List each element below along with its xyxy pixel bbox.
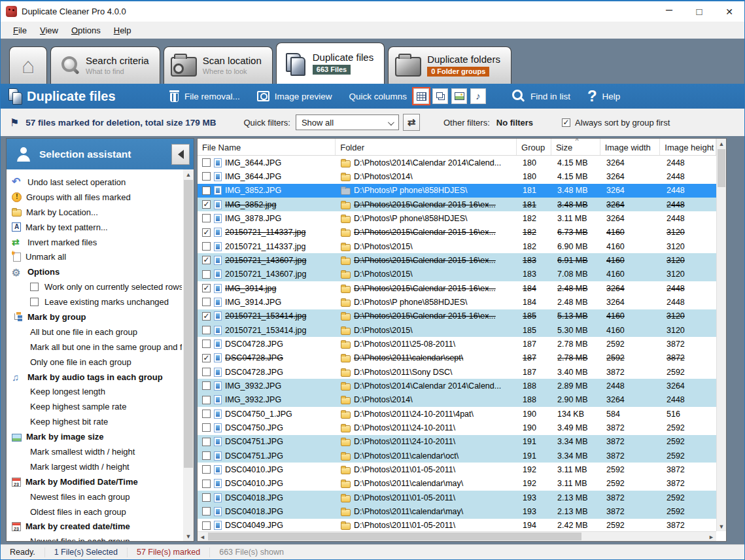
help-button[interactable]: Help — [587, 87, 620, 105]
sort-by-group-checkbox[interactable] — [562, 118, 570, 127]
sidebar-item[interactable]: Invert marked files — [12, 235, 182, 250]
column-header-group[interactable]: Group — [517, 139, 551, 155]
sidebar-item[interactable]: Options — [12, 264, 182, 279]
table-vertical-scrollbar[interactable]: ▲ ▼ — [716, 139, 726, 531]
scroll-left-icon[interactable]: ◄ — [198, 532, 207, 542]
sidebar-item[interactable]: Groups with all files marked — [12, 190, 182, 205]
sidebar-option-checkbox[interactable]: Leave existing marks unchanged — [12, 294, 182, 309]
column-header-size[interactable]: Size^ — [551, 139, 600, 155]
sidebar-item[interactable]: Keep highest bit rate — [12, 414, 182, 429]
table-row[interactable]: DSC04750_1.JPGD:\Photos\2011\24-10-2011\… — [198, 407, 716, 421]
mark-checkbox[interactable] — [202, 270, 211, 279]
close-button[interactable] — [714, 1, 744, 22]
sidebar-option-checkbox[interactable]: Work only on currently selected rows — [12, 279, 182, 294]
scroll-up-icon[interactable]: ▲ — [183, 169, 194, 179]
table-row[interactable]: IMG_3852.jpgD:\Photos\2015\Calendar 2015… — [198, 198, 716, 211]
table-row[interactable]: DSC04728.JPGD:\Photos\2011\calendar\sept… — [198, 351, 716, 365]
scroll-down-icon[interactable]: ▼ — [183, 531, 194, 541]
column-header-image-width[interactable]: Image width — [600, 139, 661, 155]
sidebar-item[interactable]: Mark largest width / height — [12, 459, 182, 474]
image-preview-button[interactable]: Image preview — [257, 91, 332, 101]
table-row[interactable]: IMG_3644.JPGD:\Photos\2014\Calendar 2014… — [198, 156, 716, 169]
table-row[interactable]: 20150721_153414.jpgD:\Photos\2015\1855.3… — [198, 323, 716, 337]
checkbox[interactable] — [30, 298, 39, 306]
refresh-button[interactable] — [403, 114, 420, 131]
sidebar-item[interactable]: Mark by created date/time — [12, 519, 182, 534]
table-row[interactable]: IMG_3878.JPGD:\Photos\P phone\858HDJES\1… — [198, 211, 716, 225]
menu-item-view[interactable]: View — [34, 24, 64, 37]
menu-item-file[interactable]: File — [7, 24, 33, 37]
mark-checkbox[interactable] — [202, 172, 211, 181]
mark-checkbox[interactable] — [202, 423, 211, 432]
table-row[interactable]: DSC04728.JPGD:\Photos\2011\Sony DSC\1873… — [198, 365, 716, 379]
horizontal-scroll-thumb[interactable] — [208, 533, 581, 540]
mark-checkbox[interactable] — [202, 242, 211, 251]
quick-filter-select[interactable]: Show all — [296, 114, 399, 130]
collapse-sidebar-button[interactable] — [171, 144, 190, 165]
mark-checkbox[interactable] — [202, 507, 211, 516]
sidebar-item[interactable]: Newest files in each group — [12, 534, 182, 541]
sidebar-item[interactable]: Mark by text pattern... — [12, 220, 182, 235]
mark-checkbox[interactable] — [202, 158, 211, 167]
mark-checkbox[interactable] — [202, 451, 211, 460]
tab-duplicate-folders[interactable]: Duplicate folders 0 Folder groups — [388, 46, 511, 84]
mark-checkbox[interactable] — [202, 200, 211, 209]
quick-columns-audio-button[interactable] — [470, 88, 486, 104]
sidebar-item[interactable]: Undo last select operation — [12, 175, 182, 190]
table-row[interactable]: IMG_3852.JPGD:\Photos\P phone\858HDJES\1… — [198, 184, 716, 198]
mark-checkbox[interactable] — [202, 256, 211, 264]
table-row[interactable]: DSC04018.JPGD:\Photos\2011\calendar\may\… — [198, 504, 716, 518]
file-removal-button[interactable]: File removal... — [169, 90, 240, 102]
table-row[interactable]: IMG_3644.JPGD:\Photos\2014\1804.15 MB326… — [198, 169, 716, 183]
sidebar-item[interactable]: Oldest files in each group — [12, 504, 182, 519]
table-row[interactable]: IMG_3932.JPGD:\Photos\2014\1882.90 MB326… — [198, 393, 716, 407]
mark-checkbox[interactable] — [202, 381, 211, 390]
mark-checkbox[interactable] — [202, 298, 211, 306]
checkbox[interactable] — [30, 283, 39, 291]
sidebar-item[interactable]: Mark by group — [12, 309, 182, 324]
table-row[interactable]: 20150721_143607.jpgD:\Photos\2015\1837.0… — [198, 268, 716, 281]
mark-checkbox[interactable] — [202, 396, 211, 404]
mark-checkbox[interactable] — [202, 284, 211, 292]
sidebar-item[interactable]: Mark all but one in the same group and f… — [12, 340, 182, 355]
tab-search-criteria[interactable]: Search criteria What to find — [50, 46, 160, 84]
mark-checkbox[interactable] — [202, 340, 211, 348]
scroll-right-icon[interactable]: ► — [706, 532, 716, 542]
table-row[interactable]: DSC04728.JPGD:\Photos\2011\25-08-2011\18… — [198, 337, 716, 351]
mark-checkbox[interactable] — [202, 228, 211, 237]
mark-checkbox[interactable] — [202, 438, 211, 446]
table-row[interactable]: DSC04750.JPGD:\Photos\2011\24-10-2011\19… — [198, 421, 716, 434]
mark-checkbox[interactable] — [202, 493, 211, 502]
table-row[interactable]: DSC04049.JPGD:\Photos\2011\01-05-2011\19… — [198, 519, 716, 533]
sidebar-scrollbar[interactable]: ▲ ▼ — [183, 169, 194, 541]
table-horizontal-scrollbar[interactable]: ◄ ► — [198, 531, 716, 541]
table-row[interactable]: IMG_3914.jpgD:\Photos\2015\Calendar 2015… — [198, 281, 716, 295]
scroll-up-icon[interactable]: ▲ — [717, 139, 726, 149]
quick-columns-table-button[interactable] — [413, 88, 429, 104]
sidebar-item[interactable]: Newest files in each group — [12, 489, 182, 504]
mark-checkbox[interactable] — [202, 186, 211, 195]
sidebar-item[interactable]: Unmark all — [12, 249, 182, 264]
column-header-image-height[interactable]: Image height — [660, 139, 716, 155]
sidebar-item[interactable]: Keep longest length — [12, 384, 182, 399]
table-row[interactable]: 20150721_114337.jpgD:\Photos\2015\Calend… — [198, 226, 716, 239]
table-row[interactable]: 20150721_153414.jpgD:\Photos\2015\Calend… — [198, 309, 716, 323]
mark-checkbox[interactable] — [202, 368, 211, 376]
vertical-scroll-thumb[interactable] — [718, 149, 725, 187]
column-header-folder[interactable]: Folder — [336, 139, 517, 155]
tab-scan-location[interactable]: Scan location Where to look — [164, 46, 273, 84]
sidebar-item[interactable]: Mark smallest width / height — [12, 444, 182, 459]
sidebar-item[interactable]: Mark by audio tags in each group — [12, 370, 182, 385]
mark-checkbox[interactable] — [202, 480, 211, 488]
menu-item-help[interactable]: Help — [108, 24, 137, 37]
minimize-button[interactable] — [654, 1, 684, 22]
table-row[interactable]: 20150721_143607.jpgD:\Photos\2015\Calend… — [198, 253, 716, 267]
tab-home[interactable] — [9, 46, 47, 84]
menu-item-options[interactable]: Options — [65, 24, 107, 37]
mark-checkbox[interactable] — [202, 521, 211, 530]
mark-checkbox[interactable] — [202, 214, 211, 222]
sidebar-item[interactable]: Mark by Location... — [12, 205, 182, 220]
table-row[interactable]: DSC04751.JPGD:\Photos\2011\24-10-2011\19… — [198, 435, 716, 449]
table-row[interactable]: DSC04010.JPGD:\Photos\2011\calendar\may\… — [198, 477, 716, 491]
table-row[interactable]: IMG_3914.JPGD:\Photos\P phone\858HDJES\1… — [198, 295, 716, 309]
